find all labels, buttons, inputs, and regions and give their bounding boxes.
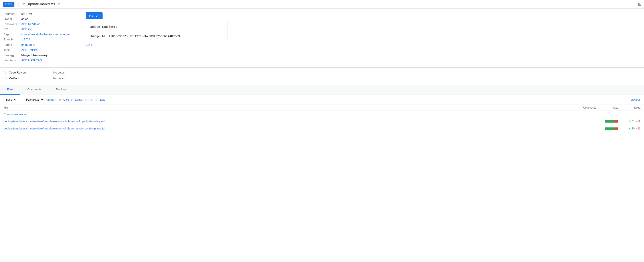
add-cc-link[interactable]: ADD CC <box>21 28 32 31</box>
owner-label: Owner <box>4 17 21 21</box>
delta-add: +101 <box>629 120 635 123</box>
meta-strategy: Strategy Merge if Necessary <box>4 54 78 57</box>
file-name: deploy-templates/charts/velero/templates… <box>4 120 570 123</box>
hashtags-label: Hashtags <box>4 58 21 62</box>
meta-reviewers: Reviewers ADD REVIEWER <box>4 22 78 26</box>
description-panel: REPLY update manifests Change-Id: I1860c… <box>82 12 644 64</box>
meta-repo: Repo components/infra/backup-management <box>4 33 78 36</box>
file-delta: +101−19 <box>618 120 640 123</box>
meta-topic: Topic ADD TOPIC <box>4 48 78 52</box>
table-row[interactable]: deploy-templates/charts/velero/templates… <box>0 118 644 125</box>
table-row[interactable]: deploy-templates/charts/velero/templates… <box>0 125 644 132</box>
tabs-bar: Files Comments Findings <box>0 84 644 95</box>
commit-message-file: Commit message <box>4 112 570 116</box>
meta-cc: CC ADD CC <box>4 28 78 31</box>
edit-link[interactable]: EDIT <box>86 43 92 46</box>
tab-files[interactable]: Files <box>0 84 20 94</box>
delta-remove: −19 <box>636 120 640 123</box>
tab-comments[interactable]: Comments <box>20 84 48 94</box>
verified-result: No votes. <box>53 76 66 80</box>
file-name: deploy-templates/charts/velero/templates… <box>4 127 570 130</box>
patchset-arrow: → <box>19 98 22 102</box>
file-table-header: File Comments Size Delta <box>0 105 644 111</box>
parent-label: Parent <box>4 43 21 46</box>
updated-value: 5:51 PM <box>21 12 32 16</box>
add-hashtag-link[interactable]: ADD HASHTAG <box>21 58 42 62</box>
commit-message-box: update manifests Change-Id: I1860c9da235… <box>86 22 228 41</box>
col-file-header: File <box>4 106 570 109</box>
patchset-bar: Base → Patchset 2 f0ebb92 ⧉ ADD PATCHSET… <box>0 95 644 105</box>
verified-clock-icon: ⏱ <box>4 76 7 80</box>
meta-parent: Parent d45f78d ⧉ <box>4 43 78 47</box>
update-button[interactable]: UPDAT <box>631 98 640 102</box>
file-size-bar <box>596 128 618 130</box>
star-icon[interactable]: ☆ <box>17 2 20 7</box>
code-review-row: ⏱ Code-Review No votes. <box>4 70 640 74</box>
patchset-hash-link[interactable]: f0ebb92 <box>46 98 56 102</box>
topic-label: Topic <box>4 48 21 52</box>
header-bar: Active ☆ 21 update manifests ⧉ ⊞ <box>0 0 644 9</box>
repo-link[interactable]: components/infra/backup-management <box>21 33 71 36</box>
code-review-result: No votes. <box>53 71 66 74</box>
updated-label: Updated <box>4 12 21 16</box>
owner-value: as as <box>21 17 28 21</box>
branch-label: Branch <box>4 38 21 41</box>
add-topic-link[interactable]: ADD TOPIC <box>21 48 37 52</box>
copy-hash-icon[interactable]: ⧉ <box>59 98 61 102</box>
cc-label: CC <box>4 28 21 31</box>
files-section: Base → Patchset 2 f0ebb92 ⧉ ADD PATCHSET… <box>0 95 644 132</box>
change-title: update manifests <box>28 2 55 6</box>
strategy-value: Merge if Necessary <box>21 54 48 57</box>
add-reviewer-link[interactable]: ADD REVIEWER <box>21 22 44 26</box>
add-patchset-desc-link[interactable]: ADD PATCHSET DESCRIPTION <box>63 98 105 102</box>
copy-title-icon[interactable]: ⧉ <box>58 2 60 6</box>
file-rows-container: Commit messagedeploy-templates/charts/ve… <box>0 111 644 132</box>
meta-branch: Branch 1.9.7.4 <box>4 38 78 41</box>
main-content: Updated 5:51 PM Owner as as Reviewers AD… <box>0 9 644 68</box>
meta-panel: Updated 5:51 PM Owner as as Reviewers AD… <box>0 12 82 64</box>
tab-findings[interactable]: Findings <box>48 84 74 94</box>
col-comments-header: Comments <box>570 106 596 109</box>
file-size-bar <box>596 120 618 122</box>
col-delta-header: Delta <box>618 106 640 109</box>
col-size-header: Size <box>596 106 618 109</box>
meta-owner: Owner as as <box>4 17 78 21</box>
active-badge: Active <box>3 2 14 7</box>
votes-section: ⏱ Code-Review No votes. ⏱ Verified No vo… <box>0 68 644 84</box>
strategy-label: Strategy <box>4 54 21 57</box>
branch-link[interactable]: 1.9.7.4 <box>21 38 30 41</box>
verified-label: Verified <box>9 76 53 80</box>
verified-row: ⏱ Verified No votes. <box>4 76 640 80</box>
file-delta: +130−31 <box>618 127 640 130</box>
delta-add: +130 <box>629 127 635 130</box>
reply-button[interactable]: REPLY <box>86 12 102 19</box>
copy-parent-icon[interactable]: ⧉ <box>33 43 35 47</box>
meta-hashtags: Hashtags ADD HASHTAG <box>4 58 78 62</box>
code-review-label: Code-Review <box>9 71 53 74</box>
delta-remove: −31 <box>636 127 640 130</box>
reviewers-label: Reviewers <box>4 22 21 26</box>
code-review-clock-icon: ⏱ <box>4 70 7 74</box>
meta-updated: Updated 5:51 PM <box>4 12 78 16</box>
patchset-select[interactable]: Patchset 2 <box>24 97 44 102</box>
expand-icon[interactable]: ⊞ <box>638 2 641 7</box>
base-select[interactable]: Base <box>4 97 17 102</box>
table-row[interactable]: Commit message <box>0 111 644 118</box>
change-number[interactable]: 21 <box>22 2 26 6</box>
repo-label: Repo <box>4 33 21 36</box>
parent-link[interactable]: d45f78d <box>21 43 32 46</box>
